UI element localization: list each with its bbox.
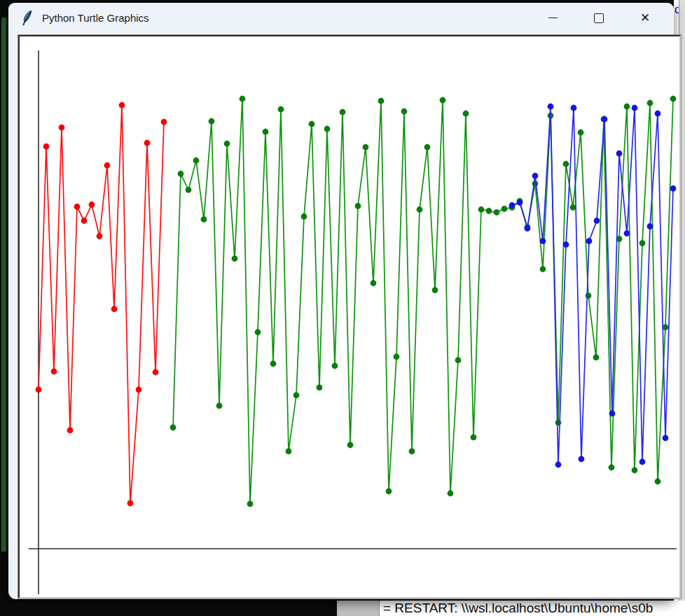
maximize-icon <box>594 13 604 23</box>
titlebar[interactable]: Python Turtle Graphics ✕ <box>8 3 674 33</box>
background-window-edge <box>1 18 6 552</box>
maximize-button[interactable] <box>576 4 622 32</box>
minimize-icon <box>548 18 558 18</box>
turtle-canvas <box>18 35 681 598</box>
idle-shell-gutter <box>337 601 380 616</box>
window-controls: ✕ <box>530 3 668 33</box>
turtle-chart <box>20 36 677 594</box>
window-title: Python Turtle Graphics <box>42 12 149 24</box>
idle-shell-bottom-strip: = RESTART: \\wsl.localhost\Ubuntu\home\s… <box>337 601 685 616</box>
idle-restart-line: = RESTART: \\wsl.localhost\Ubuntu\home\s… <box>383 601 653 616</box>
close-icon: ✕ <box>640 12 650 24</box>
minimize-button[interactable] <box>530 4 576 32</box>
python-feather-icon <box>20 10 34 27</box>
close-button[interactable]: ✕ <box>622 4 668 32</box>
turtle-graphics-window: Python Turtle Graphics ✕ <box>8 3 674 599</box>
desktop-screen: dsinCeoo = RESTART: \\wsl.localhost\Ubun… <box>0 0 685 616</box>
